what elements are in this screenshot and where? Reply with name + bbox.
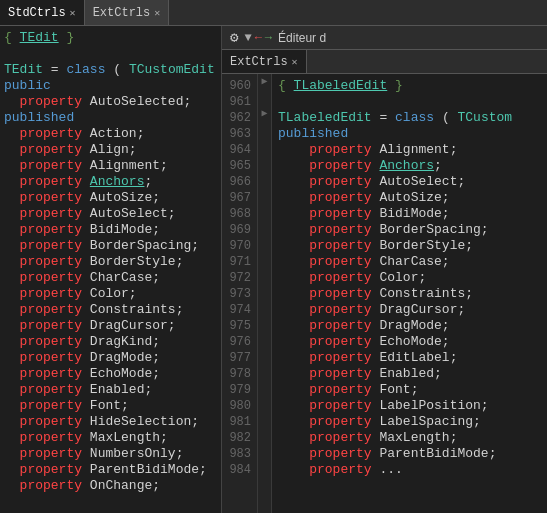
list-item: property Anchors; xyxy=(4,174,217,190)
nav-buttons: ▼ ← → xyxy=(244,31,272,45)
back-arrow-icon[interactable]: ← xyxy=(255,31,262,45)
list-item: property AutoSelect; xyxy=(278,174,541,190)
list-item: property ParentBidiMode; xyxy=(278,446,541,462)
list-item: { TEdit } xyxy=(4,30,217,46)
tab-stdctrls-close[interactable]: ✕ xyxy=(70,7,76,19)
dropdown-arrow-icon[interactable]: ▼ xyxy=(244,31,251,45)
right-panel: ⚙ ▼ ← → Éditeur d ExtCtrls ✕ 960 961 962… xyxy=(222,26,547,513)
tab-extctrls-right[interactable]: ExtCtrls ✕ xyxy=(222,50,307,73)
list-item: property EchoMode; xyxy=(278,334,541,350)
list-item: property BorderSpacing; xyxy=(4,238,217,254)
top-tab-bar: StdCtrls ✕ ExtCtrls ✕ xyxy=(0,0,547,26)
list-item: property DragCursor; xyxy=(4,318,217,334)
list-item: property Constraints; xyxy=(278,286,541,302)
list-item: public xyxy=(4,78,217,94)
right-tab-bar: ExtCtrls ✕ xyxy=(222,50,547,74)
forward-arrow-icon[interactable]: → xyxy=(265,31,272,45)
code-area: 960 961 962 963 964 965 966 967 968 969 … xyxy=(222,74,547,513)
tab-stdctrls-label: StdCtrls xyxy=(8,6,66,20)
list-item: property Anchors; xyxy=(278,158,541,174)
list-item: property Alignment; xyxy=(278,142,541,158)
list-item: property DragMode; xyxy=(4,350,217,366)
anchors-link-left[interactable]: Anchors xyxy=(90,174,145,189)
list-item: property Align; xyxy=(4,142,217,158)
list-item: property DragCursor; xyxy=(278,302,541,318)
list-item: property AutoSize; xyxy=(4,190,217,206)
list-item: property BidiMode; xyxy=(278,206,541,222)
list-item: TLabeledEdit = class ( TCustom xyxy=(278,110,541,126)
list-item: property ... xyxy=(278,462,541,478)
list-item: property MaxLength; xyxy=(4,430,217,446)
list-item xyxy=(278,94,541,110)
list-item: property Color; xyxy=(4,286,217,302)
list-item: property NumbersOnly; xyxy=(4,446,217,462)
list-item: property HideSelection; xyxy=(4,414,217,430)
list-item: published xyxy=(4,110,217,126)
list-item: property AutoSelected; xyxy=(4,94,217,110)
tab-extctrls[interactable]: ExtCtrls ✕ xyxy=(85,0,170,25)
list-item: property BorderStyle; xyxy=(278,238,541,254)
list-item: property Color; xyxy=(278,270,541,286)
list-item: property OnChange; xyxy=(4,478,217,494)
tab-stdctrls[interactable]: StdCtrls ✕ xyxy=(0,0,85,25)
list-item: property MaxLength; xyxy=(278,430,541,446)
tab-extctrls-close[interactable]: ✕ xyxy=(154,7,160,19)
list-item: property Font; xyxy=(278,382,541,398)
list-item xyxy=(4,46,217,62)
list-item: property Enabled; xyxy=(4,382,217,398)
list-item: { TLabeledEdit } xyxy=(278,78,541,94)
list-item: property Font; xyxy=(4,398,217,414)
editor-title: Éditeur d xyxy=(278,31,326,45)
list-item: property LabelSpacing; xyxy=(278,414,541,430)
list-item: property Action; xyxy=(4,126,217,142)
fold-column: ▶ ▶ xyxy=(258,74,272,513)
list-item: property BidiMode; xyxy=(4,222,217,238)
gear-icon: ⚙ xyxy=(230,29,238,46)
list-item: published xyxy=(278,126,541,142)
tedit-link[interactable]: TEdit xyxy=(20,30,59,45)
list-item: property EchoMode; xyxy=(4,366,217,382)
right-code-content: { TLabeledEdit } TLabeledEdit = class ( … xyxy=(272,74,547,513)
list-item: property Alignment; xyxy=(4,158,217,174)
list-item: property BorderSpacing; xyxy=(278,222,541,238)
list-item: property Constraints; xyxy=(4,302,217,318)
list-item: property AutoSize; xyxy=(278,190,541,206)
right-tab-close-icon[interactable]: ✕ xyxy=(292,56,298,68)
list-item: property ParentBidiMode; xyxy=(4,462,217,478)
line-numbers: 960 961 962 963 964 965 966 967 968 969 … xyxy=(222,74,258,513)
anchors-link-right[interactable]: Anchors xyxy=(379,158,434,173)
right-tab-label: ExtCtrls xyxy=(230,55,288,69)
list-item: property CharCase; xyxy=(4,270,217,286)
list-item: TEdit = class ( TCustomEdit ) xyxy=(4,62,217,78)
left-code: { TEdit } TEdit = class ( TCustomEdit ) … xyxy=(0,26,221,498)
list-item: property DragKind; xyxy=(4,334,217,350)
list-item: property DragMode; xyxy=(278,318,541,334)
tab-extctrls-label: ExtCtrls xyxy=(93,6,151,20)
list-item: property LabelPosition; xyxy=(278,398,541,414)
tlabelededit-link[interactable]: TLabeledEdit xyxy=(294,78,388,93)
list-item: property AutoSelect; xyxy=(4,206,217,222)
left-panel[interactable]: { TEdit } TEdit = class ( TCustomEdit ) … xyxy=(0,26,222,513)
list-item: property CharCase; xyxy=(278,254,541,270)
list-item: property Enabled; xyxy=(278,366,541,382)
list-item: property BorderStyle; xyxy=(4,254,217,270)
editor-titlebar: ⚙ ▼ ← → Éditeur d xyxy=(222,26,547,50)
list-item: property EditLabel; xyxy=(278,350,541,366)
main-content: { TEdit } TEdit = class ( TCustomEdit ) … xyxy=(0,26,547,513)
